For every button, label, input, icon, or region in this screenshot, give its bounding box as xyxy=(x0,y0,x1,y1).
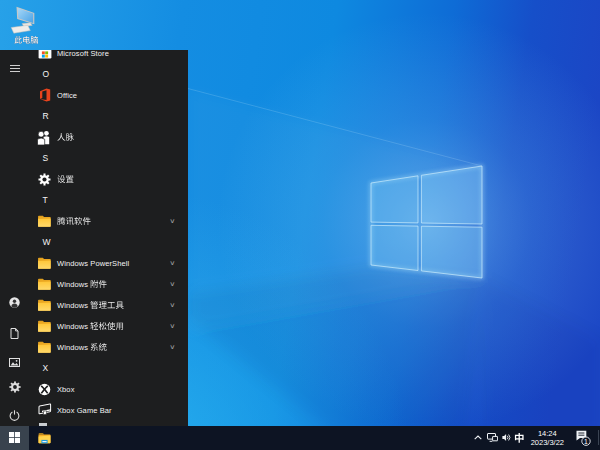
svg-text:1: 1 xyxy=(584,438,588,445)
